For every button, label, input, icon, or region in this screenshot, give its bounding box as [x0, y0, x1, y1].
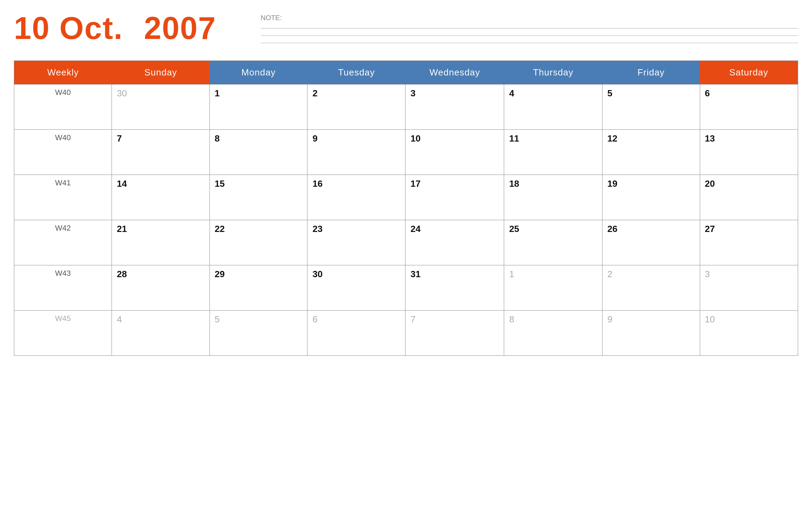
day-cell: 30	[112, 85, 210, 130]
note-line-2	[261, 35, 798, 36]
day-cell: 1	[504, 265, 602, 311]
calendar-row: W4114151617181920	[14, 175, 798, 220]
day-cell: 5	[602, 85, 700, 130]
day-number: 14	[117, 178, 127, 189]
day-cell: 17	[405, 175, 504, 220]
day-cell: 3	[700, 265, 798, 311]
day-cell: 30	[307, 265, 405, 311]
day-cell: 18	[504, 175, 602, 220]
day-number: 13	[705, 133, 715, 144]
day-number: 9	[312, 133, 317, 144]
day-cell: 3	[405, 85, 504, 130]
day-number: 4	[509, 88, 514, 98]
day-number: 28	[117, 269, 127, 279]
day-number: 7	[410, 314, 415, 324]
col-monday: Monday	[210, 61, 307, 85]
day-cell: 8	[210, 130, 307, 175]
col-friday: Friday	[602, 61, 700, 85]
day-number: 8	[509, 314, 514, 324]
day-cell: 1	[210, 85, 307, 130]
day-cell: 7	[112, 130, 210, 175]
day-number: 25	[509, 224, 519, 234]
day-number: 20	[705, 178, 715, 189]
week-cell: W40	[14, 130, 112, 175]
day-cell: 28	[112, 265, 210, 311]
day-number: 3	[705, 269, 710, 279]
calendar-row: W4030123456	[14, 85, 798, 130]
day-number: 5	[607, 88, 612, 98]
col-wednesday: Wednesday	[405, 61, 504, 85]
day-number: 21	[117, 224, 127, 234]
day-number: 26	[607, 224, 617, 234]
day-cell: 9	[602, 311, 700, 356]
day-number: 15	[215, 178, 225, 189]
col-sunday: Sunday	[112, 61, 210, 85]
day-cell: 6	[700, 85, 798, 130]
day-number: 4	[117, 314, 122, 324]
day-number: 5	[215, 314, 220, 324]
day-cell: 23	[307, 220, 405, 265]
day-cell: 13	[700, 130, 798, 175]
day-number: 11	[509, 133, 519, 144]
col-thursday: Thursday	[504, 61, 602, 85]
day-cell: 29	[210, 265, 307, 311]
day-cell: 10	[405, 130, 504, 175]
day-number: 27	[705, 224, 715, 234]
day-number: 16	[312, 178, 322, 189]
day-number: 2	[607, 269, 612, 279]
day-number: 31	[410, 269, 420, 279]
calendar-table: Weekly Sunday Monday Tuesday Wednesday T…	[14, 61, 798, 356]
day-cell: 24	[405, 220, 504, 265]
col-weekly: Weekly	[14, 61, 112, 85]
day-cell: 5	[210, 311, 307, 356]
calendar-row: W4545678910	[14, 311, 798, 356]
day-number: 30	[312, 269, 322, 279]
week-label: W40	[55, 88, 71, 97]
day-number: 1	[509, 269, 514, 279]
day-number: 9	[607, 314, 612, 324]
day-cell: 9	[307, 130, 405, 175]
day-cell: 8	[504, 311, 602, 356]
note-line-1	[261, 28, 798, 29]
calendar-row: W4221222324252627	[14, 220, 798, 265]
day-cell: 25	[504, 220, 602, 265]
calendar-row: W4328293031123	[14, 265, 798, 311]
day-cell: 22	[210, 220, 307, 265]
calendar-header-row: Weekly Sunday Monday Tuesday Wednesday T…	[14, 61, 798, 85]
day-number: 6	[312, 314, 317, 324]
note-section: NOTE:	[250, 10, 798, 50]
day-number: 17	[410, 178, 420, 189]
week-label: W42	[55, 224, 71, 232]
day-cell: 15	[210, 175, 307, 220]
day-number: 29	[215, 269, 225, 279]
day-number: 3	[410, 88, 415, 98]
day-number: 10	[705, 314, 715, 324]
day-cell: 6	[307, 311, 405, 356]
day-number: 24	[410, 224, 420, 234]
day-cell: 21	[112, 220, 210, 265]
day-cell: 20	[700, 175, 798, 220]
day-number: 7	[117, 133, 122, 144]
day-number: 22	[215, 224, 225, 234]
day-number: 30	[117, 88, 127, 98]
calendar-row: W4078910111213	[14, 130, 798, 175]
week-label: W43	[55, 269, 71, 278]
note-line-3	[261, 43, 798, 43]
day-number: 19	[607, 178, 617, 189]
week-cell: W42	[14, 220, 112, 265]
col-saturday: Saturday	[700, 61, 798, 85]
day-cell: 11	[504, 130, 602, 175]
week-cell: W43	[14, 265, 112, 311]
month-day: 10 Oct.	[14, 10, 123, 46]
page-header: 10 Oct. 2007 NOTE:	[14, 10, 798, 50]
day-cell: 14	[112, 175, 210, 220]
week-cell: W40	[14, 85, 112, 130]
day-number: 6	[705, 88, 710, 98]
week-label: W45	[55, 314, 71, 323]
day-cell: 26	[602, 220, 700, 265]
note-label: NOTE:	[261, 14, 798, 22]
header-left: 10 Oct. 2007	[14, 10, 250, 46]
week-label: W40	[55, 133, 71, 142]
day-number: 23	[312, 224, 322, 234]
day-cell: 16	[307, 175, 405, 220]
